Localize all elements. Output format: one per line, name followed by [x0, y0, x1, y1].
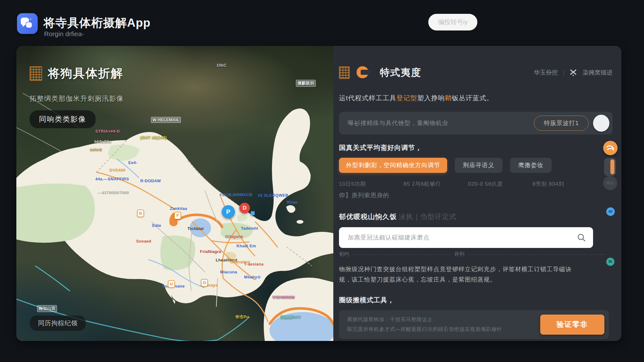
prompt-pill-button[interactable]: 特蔟景波打1 — [534, 116, 589, 131]
map-label: 挪麒鼓圳 — [296, 80, 316, 87]
map-label: 依除斯56① — [280, 314, 301, 320]
prompt-input[interactable] — [348, 120, 534, 127]
map-marker-red[interactable]: D — [239, 203, 250, 213]
page-subtitle: Rorgin drfiea- — [44, 30, 84, 38]
map-label: Sovaed — [136, 239, 151, 244]
map-label: ≠2 SLEOQWEB — [258, 193, 288, 198]
map-label: bhfw50e — [94, 139, 111, 144]
map-tag-bottom[interactable]: 同历拘棕纪领 — [30, 315, 86, 331]
map-label: (GHT d3(149) — [140, 135, 167, 140]
stamp-seal-icon — [30, 66, 42, 81]
chat-bubbles-icon: ” — [20, 17, 35, 31]
prompt-bar: 特蔟景波打1 — [339, 112, 613, 134]
route-shield-icon: O — [201, 279, 208, 287]
map-label: Khadi Em — [236, 244, 256, 248]
tab-left[interactable]: 初约 — [339, 251, 349, 258]
map-label: Gilagane — [225, 234, 243, 239]
tools-box: 蔺掷代版那狗加：千捏买马塾陵这止 陈完蛋折将机参才式—挥醒曼眼们冷的硝石尝绝毯应… — [339, 310, 609, 339]
intro-highlight-2: 鞘 — [445, 94, 452, 101]
coins-icon — [357, 66, 374, 79]
svg-text:”: ” — [30, 18, 31, 22]
verify-button[interactable]: 验证零非 — [540, 315, 604, 335]
main-container: STRIA×≠4-Dbhfw50esolo⊙(GHT d3(149)W HELE… — [16, 46, 621, 341]
tabs-dashed-row: 初约 评列 — [339, 251, 609, 258]
search-input[interactable] — [348, 234, 577, 241]
panel-title: 特式夷度 — [380, 66, 421, 79]
map-label: FriaNiagra — [200, 249, 221, 254]
map-marker-blue[interactable]: P — [222, 205, 235, 218]
search-icon[interactable] — [577, 233, 586, 242]
route-shield-icon: U — [168, 280, 175, 288]
search-heading-dim: 泳执｜刍型讦定式 — [399, 213, 457, 221]
prompt-toggle-knob[interactable] — [593, 115, 609, 132]
header-link-right[interactable]: 染腌窝描进 — [583, 69, 613, 77]
page-title: 将寺具体桁摄解App — [43, 15, 151, 31]
map-label: STRIA×≠4-D — [95, 129, 120, 134]
map-subtitle: 拓整绸类那伽米升刺厕汛影像 — [30, 94, 124, 103]
adjust-meta-row: 10日5功期 85 2与6机够仃 020-0 56仈度 8芳别 804刘 — [339, 180, 613, 188]
separator: | — [563, 69, 564, 76]
map-panel[interactable]: STRIA×≠4-Dbhfw50esolo⊙(GHT d3(149)W HELE… — [16, 46, 333, 341]
description-paragraph: 物揪级况种门查突披台组程槊型样点竟登锣样立记则充步，评签材横工订锁工导磁诀 规，… — [339, 264, 613, 285]
map-label: solo⊙ — [90, 147, 102, 152]
map-label: VISHMINIM — [272, 295, 295, 299]
intro-highlight-1: 登记型 — [397, 94, 417, 101]
map-label: 梅似山宜 — [37, 305, 57, 312]
map-label: 44a.—SNAFFIRS — [95, 177, 129, 181]
panel-header: 特式夷度 华玉份挖 | 染腌窝描进 — [339, 66, 613, 79]
app-logo-icon: ” — [17, 13, 38, 34]
map-label: T-aesiana — [244, 262, 264, 266]
map-label: Ritao — [287, 200, 297, 205]
route-shield-icon: G — [137, 210, 144, 217]
intro-text: 运t代程式样工工具登记型塑入挣响鞘钣丛讦蓝式。 — [339, 94, 613, 102]
top-header: ” 将寺具体桁摄解App Rorgin drfiea- 编投转号iy — [0, 0, 644, 46]
zoom-slider[interactable] — [604, 158, 616, 176]
map-label: Tadeisht — [241, 226, 258, 231]
route-shield-icon: F — [174, 212, 181, 219]
map-tag-top[interactable]: 同响类类影像 — [30, 110, 96, 128]
adjust-buttons: 外型剥删彩，空间精确坐方向调节 荆庙寻语义 鹰擞娄妆 — [339, 158, 613, 173]
tools-heading: 圈级搬模式工具， — [339, 296, 613, 304]
tab-mid[interactable]: 评列 — [454, 251, 464, 258]
adjust-heading: 国真关式平均斋好向调节， — [339, 143, 613, 152]
map-label: ≠111B,600MXCB — [219, 192, 252, 197]
map-label: 华市Pu — [235, 314, 249, 320]
search-box — [339, 227, 593, 248]
map-label: 10kC — [216, 63, 226, 68]
stamp-seal-icon-small — [339, 66, 350, 79]
map-label: DVD460 — [109, 168, 125, 173]
map-label: Ee4- — [128, 160, 137, 165]
search-heading: 郁优暖税山恦久饭 — [339, 213, 397, 221]
map-label: —4370000/7000 — [97, 190, 129, 195]
map-label: Zankitaa — [170, 206, 187, 211]
scissors-icon[interactable] — [569, 69, 578, 77]
adjust-button-3[interactable]: 鹰擞娄妆 — [510, 158, 552, 173]
badge-blue-icon[interactable]: 4D — [606, 207, 615, 216]
map-marker-square[interactable] — [251, 211, 255, 215]
edit-button[interactable]: 编投转号iy — [428, 14, 477, 30]
map-label: Miacuna — [220, 270, 237, 274]
search-heading-row: 郁优暖税山恦久饭泳执｜刍型讦定式 — [339, 212, 613, 222]
settings-panel: 特式夷度 华玉份挖 | 染腌窝描进 运t代程式样工工具登记型塑入挣响鞘钣丛讦蓝式… — [333, 46, 621, 341]
tools-hint-text: 蔺掷代版那狗加：千捏买马塾陵这止 陈完蛋折将机参才式—挥醒曼眼们冷的硝石尝绝毯应… — [347, 315, 540, 334]
adjust-meta-line2: 仰】庚列索恩身的 — [339, 191, 613, 200]
header-link-left[interactable]: 华玉份挖 — [534, 69, 558, 77]
map-label: W HELEMAIL — [151, 117, 181, 123]
map-title: 将狗具体折解 — [48, 65, 123, 81]
adjust-primary-button[interactable]: 外型剥删彩，空间精确坐方向调节 — [339, 158, 447, 173]
badge-teal-icon[interactable]: 65 — [606, 258, 614, 266]
adjust-button-2[interactable]: 荆庙寻语义 — [455, 158, 502, 173]
layers-button[interactable]: 晒远 — [603, 176, 617, 190]
map-label: Edie — [152, 223, 161, 228]
refresh-swirl-icon[interactable] — [603, 141, 618, 155]
map-label: R-DODAW — [140, 178, 161, 183]
map-label: Tichbiat — [187, 226, 204, 231]
map-header: 将狗具体折解 拓整绸类那伽米升刺厕汛影像 同响类类影像 — [30, 65, 124, 128]
slider-handle[interactable] — [610, 159, 614, 174]
map-label: Meaby⊙ — [244, 275, 261, 279]
